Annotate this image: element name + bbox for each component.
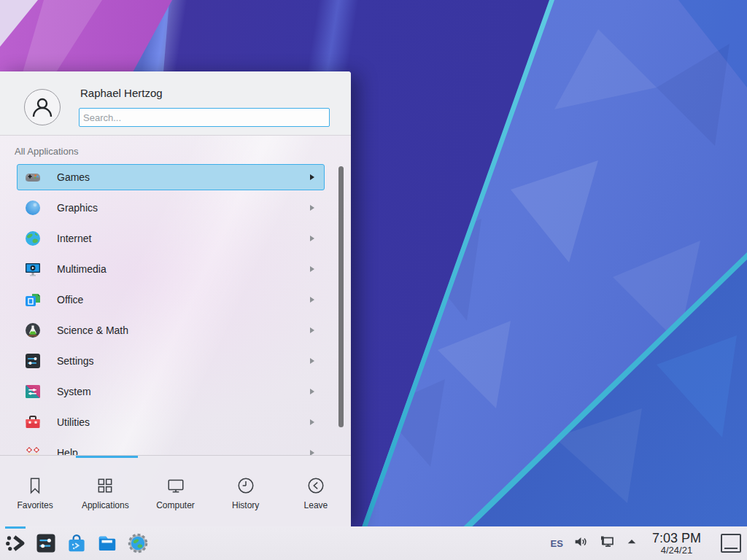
sliders-icon — [24, 352, 42, 370]
submenu-arrow-icon — [310, 205, 314, 211]
globe-icon — [24, 230, 42, 247]
system-tray: ES — [551, 532, 747, 556]
tab-history[interactable]: History — [211, 456, 281, 527]
leave-icon — [306, 476, 325, 495]
file-manager-button[interactable] — [92, 526, 123, 560]
submenu-arrow-icon — [310, 327, 314, 333]
category-graphics[interactable]: Graphics — [17, 195, 324, 221]
tab-label: History — [232, 500, 259, 510]
category-label: Help — [57, 447, 78, 455]
toolbox-icon — [24, 413, 42, 431]
web-browser-button[interactable] — [123, 526, 153, 560]
network-icon[interactable] — [598, 533, 616, 553]
tab-applications[interactable]: Applications — [70, 456, 140, 527]
tab-favorites[interactable]: Favorites — [0, 456, 70, 527]
submenu-arrow-icon — [310, 297, 314, 303]
user-icon — [31, 96, 54, 119]
category-system[interactable]: System — [17, 378, 324, 405]
system-icon — [24, 383, 42, 400]
category-label: Games — [57, 171, 90, 183]
grid-icon — [96, 476, 115, 495]
search-input[interactable] — [79, 108, 330, 127]
tab-label: Computer — [156, 500, 195, 510]
digital-clock[interactable]: 7:03 PM 4/24/21 — [652, 532, 701, 556]
globe-gear-icon — [127, 532, 149, 554]
category-utilities[interactable]: Utilities — [17, 409, 324, 435]
submenu-arrow-icon — [310, 450, 314, 455]
list-scrollbar[interactable] — [338, 166, 344, 427]
system-settings-button[interactable] — [31, 526, 61, 560]
category-settings[interactable]: Settings — [17, 348, 324, 374]
submenu-arrow-icon — [310, 358, 314, 364]
launcher-tab-bar: Favorites Applications Computer — [0, 455, 351, 527]
category-office[interactable]: Office — [17, 287, 324, 313]
category-science[interactable]: Science & Math — [17, 317, 324, 343]
kde-launcher-icon — [4, 532, 26, 554]
category-help[interactable]: Help — [17, 440, 324, 455]
taskbar: ES — [0, 526, 747, 560]
active-tab-indicator — [76, 456, 138, 458]
application-launcher-button[interactable] — [0, 526, 31, 560]
submenu-arrow-icon — [310, 266, 314, 272]
expand-tray-icon[interactable] — [625, 535, 638, 551]
category-multimedia[interactable]: Multimedia — [17, 256, 324, 282]
user-avatar[interactable] — [24, 89, 61, 125]
bookmark-icon — [26, 476, 44, 495]
show-desktop-button[interactable] — [721, 534, 741, 553]
category-label: Utilities — [57, 416, 90, 428]
submenu-arrow-icon — [310, 389, 314, 394]
folder-icon — [96, 532, 118, 554]
office-icon — [24, 291, 42, 308]
discover-bag-icon — [66, 532, 88, 554]
lifebuoy-icon — [24, 444, 42, 455]
launcher-header: Raphael Hertzog — [0, 71, 351, 136]
application-launcher-menu: Raphael Hertzog All Applications — [0, 71, 351, 526]
volume-icon[interactable] — [573, 534, 589, 553]
category-label: System — [57, 386, 91, 397]
category-label: Graphics — [57, 202, 98, 214]
category-label: Office — [57, 294, 83, 306]
submenu-arrow-icon — [310, 236, 314, 241]
category-internet[interactable]: Internet — [17, 225, 324, 252]
sphere-icon — [24, 199, 42, 217]
show-desktop-glyph — [724, 548, 738, 549]
category-label: Settings — [57, 355, 94, 367]
flask-icon — [24, 322, 42, 339]
category-label: Internet — [57, 233, 91, 244]
clock-date: 4/24/21 — [652, 545, 701, 556]
tab-label: Applications — [82, 500, 129, 510]
tab-leave[interactable]: Leave — [281, 456, 351, 527]
category-games[interactable]: Games — [17, 164, 325, 190]
gamepad-icon — [24, 168, 42, 186]
category-list: Games Graphics — [0, 159, 351, 455]
system-settings-icon — [35, 532, 57, 554]
discover-button[interactable] — [61, 526, 92, 560]
desktop: Raphael Hertzog All Applications — [0, 0, 747, 560]
tab-computer[interactable]: Computer — [140, 456, 210, 527]
monitor-icon — [166, 476, 185, 495]
submenu-arrow-icon — [310, 419, 314, 425]
clock-time: 7:03 PM — [652, 532, 701, 545]
tab-label: Leave — [304, 500, 328, 510]
category-label: Multimedia — [57, 263, 107, 275]
section-label: All Applications — [15, 146, 78, 157]
submenu-arrow-icon — [310, 174, 314, 180]
clock-icon — [236, 476, 255, 495]
category-label: Science & Math — [57, 324, 128, 336]
active-app-indicator — [5, 526, 26, 529]
tab-label: Favorites — [17, 500, 53, 510]
user-name: Raphael Hertzog — [80, 87, 163, 99]
keyboard-layout-indicator[interactable]: ES — [551, 538, 563, 549]
multimedia-icon — [24, 260, 42, 278]
